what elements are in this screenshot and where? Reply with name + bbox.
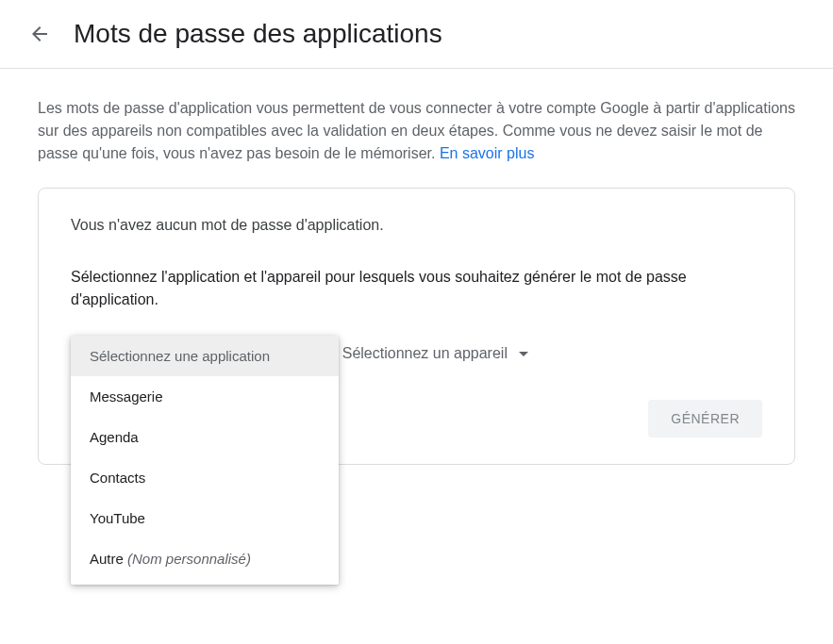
- learn-more-link[interactable]: En savoir plus: [440, 145, 535, 161]
- description-body: Les mots de passe d'application vous per…: [38, 100, 795, 161]
- back-arrow-icon[interactable]: [28, 23, 51, 45]
- app-option-calendar[interactable]: Agenda: [71, 417, 339, 457]
- app-option-contacts[interactable]: Contacts: [71, 457, 339, 498]
- app-dropdown-wrapper: Sélectionnez une application Messagerie …: [71, 336, 310, 372]
- description-text: Les mots de passe d'application vous per…: [38, 97, 795, 165]
- selectors-row: Sélectionnez une application Messagerie …: [71, 336, 762, 372]
- select-prompt-text: Sélectionnez l'application et l'appareil…: [71, 266, 762, 311]
- no-passwords-text: Vous n'avez aucun mot de passe d'applica…: [71, 217, 762, 234]
- generate-button[interactable]: GÉNÉRER: [648, 400, 762, 438]
- chevron-down-icon: [519, 352, 528, 356]
- app-option-mail[interactable]: Messagerie: [71, 376, 339, 417]
- app-option-youtube[interactable]: YouTube: [71, 498, 339, 538]
- device-dropdown-trigger[interactable]: Sélectionnez un appareil: [329, 336, 541, 372]
- page-title: Mots de passe des applications: [74, 19, 442, 49]
- content-area: Les mots de passe d'application vous per…: [0, 69, 833, 493]
- app-option-placeholder[interactable]: Sélectionnez une application: [71, 336, 339, 376]
- page-header: Mots de passe des applications: [0, 0, 833, 69]
- app-option-other-suffix: (Nom personnalisé): [127, 551, 251, 567]
- app-dropdown-menu: Sélectionnez une application Messagerie …: [71, 336, 339, 585]
- device-dropdown-label: Sélectionnez un appareil: [342, 345, 508, 362]
- app-passwords-card: Vous n'avez aucun mot de passe d'applica…: [38, 188, 795, 465]
- app-option-other-prefix: Autre: [90, 551, 127, 567]
- app-option-other[interactable]: Autre (Nom personnalisé): [71, 538, 339, 579]
- device-dropdown-wrapper: Sélectionnez un appareil: [329, 336, 541, 372]
